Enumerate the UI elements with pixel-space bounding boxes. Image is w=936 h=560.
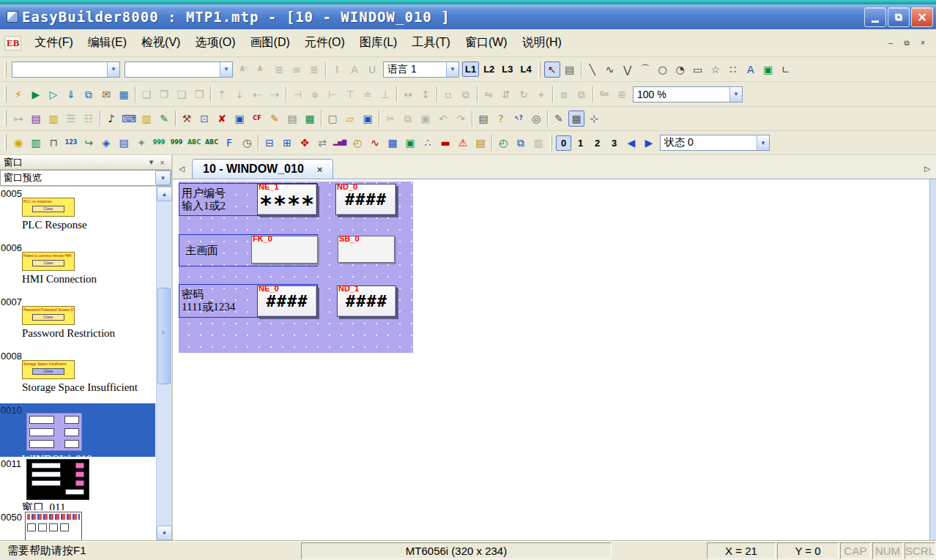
numeric-input-button[interactable]: 999 — [168, 135, 185, 151]
menu-view[interactable]: 检视(V) — [134, 32, 187, 53]
draw-bezier-button[interactable]: ∿ — [602, 61, 618, 78]
state-3-button[interactable]: 3 — [606, 135, 622, 151]
multi-state-switch-button[interactable]: ▥ — [28, 135, 44, 151]
minimize-button[interactable] — [864, 7, 886, 27]
xy-plot-button[interactable]: ∴ — [420, 135, 436, 151]
snap-button[interactable]: ⊹ — [586, 111, 602, 127]
function-key-button[interactable]: ↪ — [81, 135, 97, 151]
design-element-ne_0[interactable]: NE_0#### — [257, 285, 317, 317]
menu-help[interactable]: 说明(H) — [515, 32, 569, 53]
offline-simulation-button[interactable]: ▷ — [45, 86, 62, 102]
draw-picture-button[interactable]: ▣ — [760, 61, 776, 78]
recipe-button[interactable]: ▤ — [284, 111, 300, 127]
animation-button[interactable]: ⇄ — [314, 135, 330, 151]
draw-ellipse-button[interactable]: ○ — [655, 61, 671, 78]
save-to-disk-button[interactable]: ▣ — [231, 111, 248, 127]
menu-tools[interactable]: 工具(T) — [404, 32, 457, 53]
indicator-light-button[interactable]: ◉ — [10, 135, 26, 151]
sound-button[interactable]: ♪ — [103, 111, 119, 127]
design-element-nd_1[interactable]: ND_1#### — [337, 285, 396, 317]
panel-close-icon[interactable]: × — [157, 158, 168, 167]
menu-options[interactable]: 选项(O) — [187, 32, 242, 53]
language-l3-button[interactable]: L3 — [499, 61, 516, 77]
chevron-down-icon[interactable]: ▼ — [757, 135, 769, 150]
window-preview-combo[interactable]: 窗口预览 ▼ — [0, 170, 171, 186]
trend-display-button[interactable]: ∿ — [367, 135, 383, 151]
key-object-button[interactable]: ✦ — [133, 135, 149, 151]
edit-startup-screen-button[interactable]: ✎ — [267, 111, 283, 127]
language-l4-button[interactable]: L4 — [518, 61, 535, 77]
restore-button[interactable]: ⧉ — [888, 7, 910, 27]
edit-canvas[interactable]: 用户编号输入1或2主画面密码1111或1234NE_1****ND_0####F… — [173, 179, 936, 540]
tab-close-icon[interactable]: × — [317, 164, 323, 175]
context-help-button[interactable]: ↖? — [510, 111, 527, 127]
draw-polyline-button[interactable]: ⋁ — [620, 61, 636, 78]
label-library-button[interactable]: ▥ — [138, 111, 155, 127]
window-item-0005[interactable]: 0005PLC no responseClosePLC Response — [0, 187, 155, 241]
menu-draw[interactable]: 画图(D) — [243, 32, 297, 53]
scroll-up-icon[interactable]: ▲ — [157, 187, 172, 201]
zoom-combo[interactable]: 100 %▼ — [633, 86, 743, 102]
print-button[interactable]: ▤ — [475, 111, 491, 127]
menu-objects[interactable]: 元件(O) — [297, 32, 352, 53]
keyboard-button[interactable]: ⌨ — [121, 111, 137, 127]
window-item-0007[interactable]: 0007Password Protected! Access DeClosePa… — [0, 295, 155, 349]
chevron-down-icon[interactable]: ▼ — [220, 62, 232, 77]
scrollbar-track[interactable] — [157, 201, 171, 526]
history-data-button[interactable]: ▦ — [385, 135, 401, 151]
text-label-button[interactable]: ▤ — [116, 135, 132, 151]
draw-line-button[interactable]: ╲ — [584, 61, 601, 78]
panel-collapse-icon[interactable]: ▾ — [146, 157, 157, 167]
data-log-button[interactable]: ▦ — [302, 111, 318, 127]
format-pen-button[interactable]: ✎ — [551, 111, 567, 127]
numeric-set-button[interactable]: 123 — [63, 135, 79, 151]
stop-download-button[interactable]: ✘ — [214, 111, 230, 127]
tab-window-010[interactable]: 10 - WINDOW_010 × — [192, 159, 333, 179]
chevron-down-icon[interactable]: ▼ — [107, 62, 119, 77]
language-l2-button[interactable]: L2 — [480, 61, 497, 77]
alarm-display-button[interactable]: ⚠ — [455, 135, 471, 151]
tab-scroll-right-icon[interactable]: ▷ — [921, 163, 933, 174]
open-file-button[interactable]: ▱ — [342, 111, 358, 127]
window-item-0008[interactable]: 0008Storage Space InsufficientCloseStora… — [0, 349, 155, 403]
chevron-down-icon[interactable]: ▼ — [729, 87, 742, 102]
language-combo[interactable]: 语言 1▼ — [383, 61, 459, 78]
menu-library[interactable]: 图库(L) — [352, 32, 405, 53]
find-button[interactable]: ◎ — [528, 111, 544, 127]
chevron-down-icon[interactable]: ▼ — [155, 171, 171, 185]
toolbar-drag-handle[interactable] — [4, 111, 7, 127]
canvas-vertical-scrollbar[interactable] — [929, 179, 936, 540]
design-element-nd_0[interactable]: ND_0#### — [335, 184, 396, 215]
toolbar-drag-handle[interactable] — [538, 61, 541, 78]
tab-scroll-left-icon[interactable]: ◁ — [176, 163, 187, 174]
data-grid-button[interactable]: ▦ — [116, 86, 132, 102]
new-file-button[interactable]: ▢ — [324, 111, 341, 127]
scrollbar-thumb[interactable] — [157, 288, 171, 384]
window-item-0006[interactable]: 0006Failed to connect remote HMICloseHMI… — [0, 241, 155, 295]
help-button[interactable]: ? — [493, 111, 509, 127]
state-1-button[interactable]: 1 — [573, 135, 588, 151]
draw-polygon-button[interactable]: ☆ — [707, 61, 724, 78]
bar-graph-button[interactable]: ▂▅▇ — [332, 135, 348, 151]
numeric-display-button[interactable]: 999 — [151, 135, 167, 151]
mdi-minimize-button[interactable]: – — [885, 37, 896, 48]
draw-arc-button[interactable]: ⌒ — [637, 61, 653, 78]
project-manager-button[interactable]: ⧉ — [81, 86, 97, 102]
mdi-restore-button[interactable]: ⧉ — [901, 37, 913, 48]
language-l1-button[interactable]: L1 — [462, 61, 479, 77]
menu-edit[interactable]: 编辑(E) — [81, 32, 134, 53]
close-button[interactable]: × — [911, 7, 933, 27]
design-window[interactable]: 用户编号输入1或2主画面密码1111或1234NE_1****ND_0####F… — [179, 182, 413, 353]
alarm-bar-button[interactable]: ▬ — [437, 135, 453, 151]
state-0-button[interactable]: 0 — [556, 135, 571, 151]
window-list-scrollbar[interactable]: ▲ ▼ — [156, 187, 171, 540]
direct-window-button[interactable]: F — [221, 135, 237, 151]
picture-view-button[interactable]: ▣ — [402, 135, 418, 151]
save-file-button[interactable]: ▣ — [360, 111, 376, 127]
system-settings-button[interactable]: ⚒ — [179, 111, 195, 127]
backup-button[interactable]: ⧉ — [513, 135, 529, 151]
font-size-combo[interactable]: ▼ — [125, 61, 233, 78]
state-2-button[interactable]: 2 — [590, 135, 605, 151]
toolbar-drag-handle[interactable] — [4, 61, 7, 78]
chevron-down-icon[interactable]: ▼ — [446, 62, 458, 77]
